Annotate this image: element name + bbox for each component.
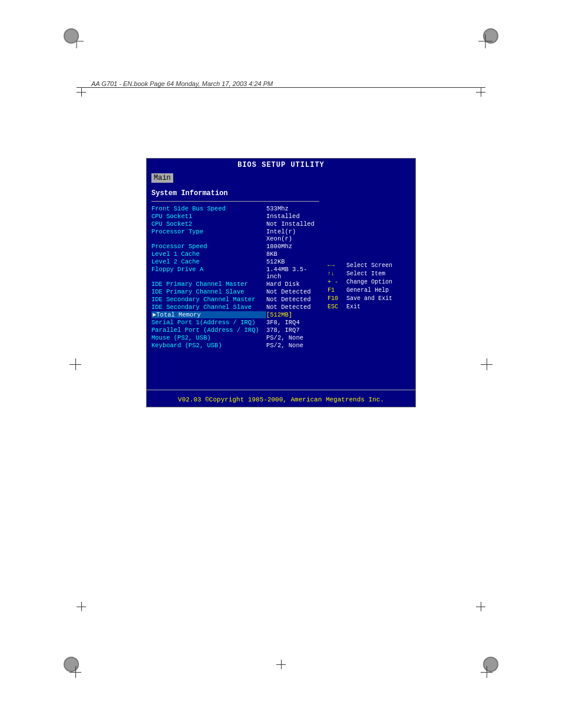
row-cpu1: CPU Socket1 Installed (151, 213, 319, 220)
crosshair-header-left (77, 87, 86, 97)
value-total-mem: [512MB] (266, 311, 319, 318)
crosshair-circle-bl (70, 666, 81, 678)
key-f1: F1 (328, 287, 346, 294)
bios-section-title: System Information (151, 189, 319, 197)
desc-save-exit: Save and Exit (346, 295, 392, 302)
value-mouse: PS/2, None (266, 334, 319, 341)
row-ide-pri-master: IDE Primary Channel Master Hard Disk (151, 281, 319, 288)
row-total-mem: ►Total Memory [512MB] (151, 311, 319, 318)
desc-select-item: Select Item (346, 271, 385, 277)
label-parallel: Parallel Port (Address / IRQ) (151, 327, 266, 334)
help-row-screen: ←→ Select Screen (328, 262, 412, 269)
label-l2: Level 2 Cache (151, 258, 266, 265)
bios-footer: V02.03 ©Copyright 1985-2000, American Me… (147, 390, 415, 407)
help-row-f10: F10 Save and Exit (328, 295, 412, 302)
value-ide-sec-master: Not Detected (266, 296, 319, 303)
header-text: AA G701 - EN.book Page 64 Monday, March … (91, 80, 273, 87)
label-cpu1: CPU Socket1 (151, 213, 266, 220)
crosshair-bottom-right (476, 602, 485, 611)
crosshair-left-mid (70, 358, 81, 370)
header-rule (77, 87, 485, 88)
value-ide-pri-master: Hard Disk (266, 281, 319, 288)
bios-divider (151, 201, 319, 202)
row-keyboard: Keyboard (PS2, USB) PS/2, None (151, 342, 319, 349)
value-ide-pri-slave: Not Detected (266, 288, 319, 295)
label-cpu2: CPU Socket2 (151, 220, 266, 228)
label-proc-type: Processor Type (151, 228, 266, 242)
bios-side-panel: ←→ Select Screen ↑↓ Select Item + - Chan… (324, 185, 415, 390)
row-proc-speed: Processor Speed 1800Mhz (151, 243, 319, 250)
help-row-option: + - Change Option (328, 279, 412, 285)
desc-change-option: Change Option (346, 279, 392, 285)
row-ide-sec-slave: IDE Secondary Channel Slave Not Detected (151, 304, 319, 311)
label-l1: Level 1 Cache (151, 251, 266, 258)
row-fsb: Front Side Bus Speed 533Mhz (151, 205, 319, 212)
value-l1: 8KB (266, 251, 319, 258)
label-ide-pri-slave: IDE Primary Channel Slave (151, 288, 266, 295)
row-parallel: Parallel Port (Address / IRQ) 378, IRQ7 (151, 327, 319, 334)
label-total-mem: ►Total Memory (151, 311, 266, 318)
row-serial1: Serial Port 1(Address / IRQ) 3F8, IRQ4 (151, 319, 319, 326)
bios-setup-window: BIOS SETUP UTILITY Main System Informati… (146, 158, 416, 407)
row-ide-sec-master: IDE Secondary Channel Master Not Detecte… (151, 296, 319, 303)
desc-exit: Exit (346, 304, 361, 310)
label-mouse: Mouse (PS2, USB) (151, 334, 266, 341)
row-l1: Level 1 Cache 8KB (151, 251, 319, 258)
bios-menu-main[interactable]: Main (151, 173, 173, 183)
row-floppy: Floppy Drive A 1.44MB 3.5-inch (151, 266, 319, 280)
crosshair-header-right (476, 87, 485, 97)
row-proc-type: Processor Type Intel(r) Xeon(r) (151, 228, 319, 242)
key-arrows-lr: ←→ (328, 262, 346, 269)
label-proc-speed: Processor Speed (151, 243, 266, 250)
help-row-item: ↑↓ Select Item (328, 271, 412, 277)
label-keyboard: Keyboard (PS2, USB) (151, 342, 266, 349)
label-ide-pri-master: IDE Primary Channel Master (151, 281, 266, 288)
bios-menu-bar: Main (147, 172, 415, 185)
row-cpu2: CPU Socket2 Not Installed (151, 220, 319, 228)
label-ide-sec-master: IDE Secondary Channel Master (151, 296, 266, 303)
crosshair-bottom-left (77, 602, 86, 611)
value-proc-speed: 1800Mhz (266, 243, 319, 250)
circle-tl (64, 28, 79, 44)
spacer (151, 350, 319, 385)
value-serial1: 3F8, IRQ4 (266, 319, 319, 326)
bios-main-panel: System Information Front Side Bus Speed … (147, 185, 324, 390)
value-keyboard: PS/2, None (266, 342, 319, 349)
desc-general-help: General Help (346, 287, 389, 294)
key-arrows-ud: ↑↓ (328, 271, 346, 277)
value-fsb: 533Mhz (266, 205, 319, 212)
value-ide-sec-slave: Not Detected (266, 304, 319, 311)
bios-title: BIOS SETUP UTILITY (147, 159, 415, 172)
desc-select-screen: Select Screen (346, 262, 392, 269)
value-proc-type: Intel(r) Xeon(r) (266, 228, 319, 242)
help-row-f1: F1 General Help (328, 287, 412, 294)
help-row-esc: ESC Exit (328, 304, 412, 310)
label-floppy: Floppy Drive A (151, 266, 266, 280)
help-section: ←→ Select Screen ↑↓ Select Item + - Chan… (328, 262, 412, 312)
row-ide-pri-slave: IDE Primary Channel Slave Not Detected (151, 288, 319, 295)
value-cpu1: Installed (266, 213, 319, 220)
bios-footer-text: V02.03 ©Copyright 1985-2000, American Me… (178, 396, 384, 403)
value-cpu2: Not Installed (266, 220, 319, 228)
key-esc: ESC (328, 304, 346, 310)
crosshair-bottom-center (276, 660, 286, 669)
value-parallel: 378, IRQ7 (266, 327, 319, 334)
key-f10: F10 (328, 295, 346, 302)
value-floppy: 1.44MB 3.5-inch (266, 266, 319, 280)
row-l2: Level 2 Cache 512KB (151, 258, 319, 265)
label-fsb: Front Side Bus Speed (151, 205, 266, 212)
label-serial1: Serial Port 1(Address / IRQ) (151, 319, 266, 326)
label-ide-sec-slave: IDE Secondary Channel Slave (151, 304, 266, 311)
row-mouse: Mouse (PS2, USB) PS/2, None (151, 334, 319, 341)
key-plus-minus: + - (328, 279, 346, 285)
corner-tr (478, 34, 492, 48)
crosshair-right-mid (481, 358, 492, 370)
value-l2: 512KB (266, 258, 319, 265)
crosshair-circle-br (481, 666, 492, 678)
bios-content-area: System Information Front Side Bus Speed … (147, 185, 415, 390)
